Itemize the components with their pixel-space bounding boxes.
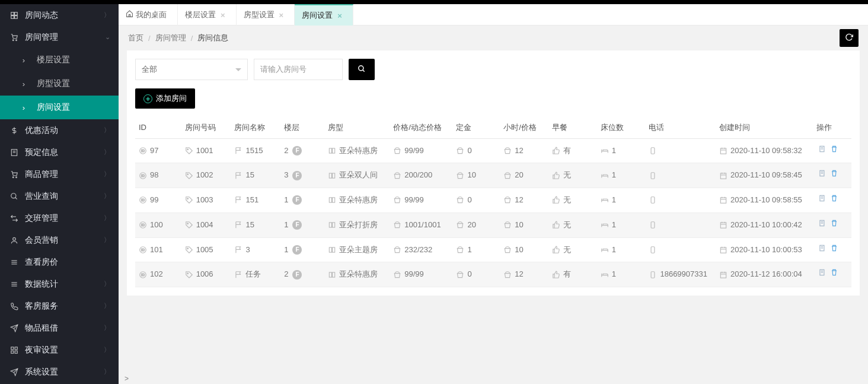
edit-button[interactable]: [818, 245, 826, 254]
nav-item[interactable]: 系统设置〉: [0, 361, 119, 383]
nav-item[interactable]: 夜审设置〉: [0, 339, 119, 361]
calendar-icon: [719, 196, 727, 204]
delete-button[interactable]: [830, 269, 838, 278]
calendar-icon: [719, 147, 727, 155]
add-room-label: 添加房间: [156, 93, 187, 104]
nav-item[interactable]: 查看房价: [0, 251, 119, 273]
cell-value: 0: [467, 145, 471, 157]
delete-button[interactable]: [830, 220, 838, 229]
add-room-button[interactable]: + 添加房间: [135, 88, 195, 109]
cell-value: 2020-11-10 10:00:53: [730, 244, 802, 256]
tab[interactable]: 房型设置×: [237, 4, 295, 26]
cell-value: 99: [150, 194, 158, 207]
edit-button[interactable]: [818, 170, 826, 179]
svg-rect-2: [11, 15, 14, 18]
thumb-icon: [552, 196, 560, 204]
delete-button[interactable]: [830, 195, 838, 204]
nav-sub-label: 房型设置: [37, 78, 110, 89]
nav-item[interactable]: 交班管理〉: [0, 207, 119, 229]
svg-text:ID: ID: [141, 149, 145, 153]
plus-icon: +: [143, 94, 152, 103]
delete-button[interactable]: [830, 170, 838, 179]
svg-rect-45: [652, 172, 655, 179]
crumb-section[interactable]: 房间管理: [155, 33, 186, 43]
edit-button[interactable]: [818, 269, 826, 278]
delete-button[interactable]: [830, 245, 838, 254]
nav-sub-item[interactable]: ›房间设置: [0, 96, 119, 119]
cell-value: 1002: [196, 169, 213, 182]
nav-item[interactable]: 营业查询〉: [0, 185, 119, 207]
svg-rect-24: [15, 351, 17, 353]
chevron-right-icon: 〉: [104, 214, 110, 223]
col-beds: 床位数: [597, 117, 646, 138]
chevron-right-icon: ›: [18, 80, 30, 88]
nav-item[interactable]: 房间动态〉: [0, 4, 119, 26]
money-icon: [503, 172, 512, 180]
tab[interactable]: 楼层设置×: [178, 4, 237, 26]
thumb-icon: [552, 221, 560, 229]
nav-item[interactable]: 优惠活动〉: [0, 119, 119, 141]
search-icon: [8, 192, 20, 201]
cell-value: 3: [284, 169, 288, 182]
room-icon: [328, 147, 336, 155]
cell-value: 2: [284, 268, 288, 281]
nav-item[interactable]: 数据统计〉: [0, 273, 119, 295]
svg-line-13: [15, 197, 17, 199]
cell-value: 15: [245, 169, 254, 182]
filter-select[interactable]: 全部: [135, 59, 248, 80]
money-icon: [503, 147, 512, 155]
edit-button[interactable]: [818, 220, 826, 229]
cell-value: 1003: [196, 194, 213, 207]
close-icon[interactable]: ×: [221, 11, 225, 20]
nav-sub-item[interactable]: ›楼层设置: [0, 48, 119, 72]
crumb-home[interactable]: 首页: [128, 33, 143, 43]
svg-rect-57: [332, 198, 334, 202]
list-icon: [8, 280, 20, 288]
col-id: ID: [135, 117, 181, 138]
nav-item[interactable]: 客房服务〉: [0, 295, 119, 317]
close-icon[interactable]: ×: [337, 11, 342, 20]
tab[interactable]: 房间设置×: [295, 4, 353, 26]
tab[interactable]: 我的桌面: [119, 4, 178, 26]
svg-rect-21: [11, 347, 14, 349]
tab-label: 房型设置: [244, 9, 275, 20]
col-price: 价格/动态价格: [390, 117, 452, 138]
user-icon: [8, 236, 20, 245]
edit-button[interactable]: [818, 195, 826, 204]
close-icon[interactable]: ×: [279, 11, 284, 20]
grid-icon: [8, 346, 20, 354]
search-button[interactable]: [349, 59, 375, 80]
nav-item[interactable]: 会员营销〉: [0, 229, 119, 251]
dropdown-icon: [235, 68, 241, 74]
edit-button[interactable]: [818, 146, 826, 155]
cell-value: 1005: [196, 244, 213, 256]
room-number-input[interactable]: 请输入房间号: [254, 59, 343, 80]
svg-point-11: [16, 176, 17, 177]
cell-value: 102: [150, 268, 163, 281]
nav-item[interactable]: 房间管理⌄: [0, 26, 119, 48]
cell-value: 亚朵特惠房: [339, 194, 378, 207]
cell-value: 20: [515, 169, 523, 182]
tag-icon: [185, 196, 193, 204]
refresh-button[interactable]: [840, 29, 859, 47]
nav-label: 客房服务: [25, 301, 104, 312]
nav-item[interactable]: 物品租借〉: [0, 317, 119, 339]
delete-button[interactable]: [830, 146, 838, 155]
thumb-icon: [552, 246, 560, 254]
svg-rect-83: [332, 247, 334, 252]
nav-item[interactable]: 预定信息〉: [0, 141, 119, 163]
col-type: 房型: [324, 117, 390, 138]
nav-label: 房间动态: [25, 10, 104, 21]
nav-sub-item[interactable]: ›房型设置: [0, 72, 119, 96]
cell-value: 12: [515, 145, 523, 157]
svg-rect-0: [11, 12, 14, 15]
svg-rect-84: [652, 247, 655, 253]
chevron-right-icon: ›: [18, 56, 30, 65]
svg-rect-43: [329, 173, 331, 178]
list-icon: [8, 258, 20, 266]
col-ops: 操作: [813, 117, 852, 138]
cell-value: 无: [563, 169, 571, 182]
nav-item[interactable]: 商品管理〉: [0, 163, 119, 185]
col-room-name: 房间名称: [231, 117, 280, 138]
cart-icon: [8, 33, 20, 42]
